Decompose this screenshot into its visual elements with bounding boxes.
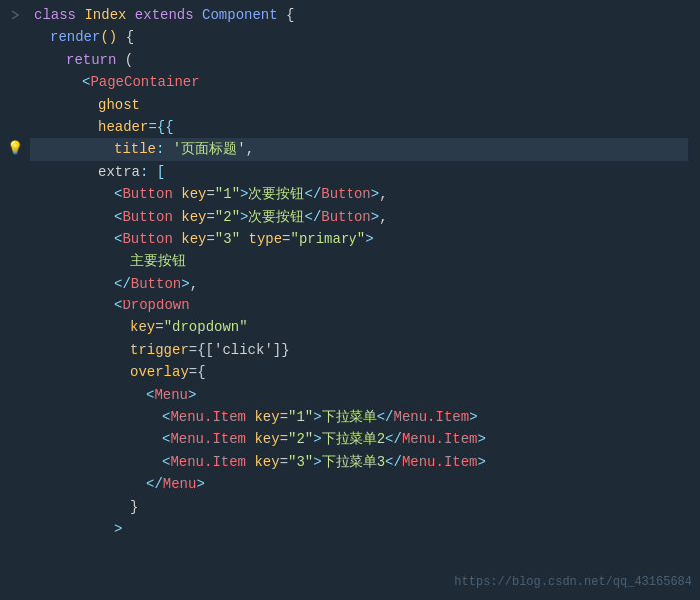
token-plain: = [280, 451, 288, 473]
token-string: "2" [288, 428, 313, 450]
token-attr-name: key [181, 206, 206, 228]
token-tag-bracket: </ [304, 183, 321, 205]
token-tag-bracket: < [162, 428, 170, 450]
token-method: render [50, 26, 100, 48]
token-tag-bracket: < [162, 406, 170, 428]
token-class-name: Index [84, 4, 126, 26]
token-plain: = [155, 316, 163, 338]
token-tag-bracket: </ [385, 451, 402, 473]
token-tag-bracket: > [313, 406, 321, 428]
token-attr-name: key [254, 406, 279, 428]
code-line-9: <Button key="1">次要按钮</Button>, [34, 183, 692, 205]
token-plain: = [280, 428, 288, 450]
token-plain: , [190, 273, 198, 295]
token-tag-name: Menu.Item [170, 406, 246, 428]
token-tag-bracket: > [188, 384, 196, 406]
token-tag-name: Button [122, 183, 172, 205]
token-tag-name: Menu.Item [402, 451, 478, 473]
token-plain: = [282, 228, 290, 250]
token-tag-bracket: > [478, 451, 486, 473]
token-plain: = [280, 406, 288, 428]
token-attr-name: title [114, 138, 156, 160]
token-string: "2" [215, 206, 240, 228]
token-plain: { [278, 4, 295, 26]
token-plain [246, 428, 254, 450]
token-chinese: 次要按钮 [248, 206, 304, 228]
token-tag-name: Button [321, 183, 370, 205]
token-keyword: class [34, 4, 84, 26]
token-return-kw: return [66, 49, 116, 71]
token-plain: } [130, 496, 138, 518]
token-tag-bracket: > [240, 183, 248, 205]
code-line-10: <Button key="2">次要按钮</Button>, [34, 206, 692, 228]
token-tag-bracket: < [114, 295, 122, 316]
token-plain [173, 206, 181, 228]
token-attr-name: overlay [130, 361, 189, 383]
token-tag-name: Button [122, 206, 172, 228]
token-tag-name: Button [122, 228, 172, 250]
token-plain [126, 4, 134, 26]
token-tag-bracket: < [146, 384, 154, 406]
token-attr-name: header [98, 116, 148, 138]
code-line-8: extra: [ [34, 161, 692, 183]
token-plain: , [379, 183, 387, 205]
gutter-icon-line-15 [8, 316, 22, 338]
token-plain: { [117, 26, 134, 48]
gutter-icon-line-17 [8, 361, 22, 383]
token-tag-name: PageContainer [90, 71, 199, 93]
token-string: "1" [215, 183, 240, 205]
code-line-15: key="dropdown" [34, 316, 692, 338]
code-line-3: return ( [34, 49, 692, 71]
gutter-icon-line-14 [8, 295, 22, 316]
token-plain [246, 406, 254, 428]
token-chinese: 主要按钮 [130, 250, 186, 272]
token-attr-equals: : [ [140, 161, 165, 183]
code-line-23: } [34, 496, 692, 518]
token-tag-bracket: < [162, 451, 170, 473]
token-tag-bracket: < [114, 206, 122, 228]
gutter-icon-line-2 [8, 26, 22, 48]
code-line-20: <Menu.Item key="2">下拉菜单2</Menu.Item> [34, 428, 692, 450]
gutter-icon-line-13 [8, 273, 22, 295]
token-tag-name: Menu.Item [170, 451, 246, 473]
gutter-icon-line-9 [8, 183, 22, 205]
token-plain [240, 228, 248, 250]
gutter-icon-line-21 [8, 451, 22, 473]
token-plain: = [206, 183, 214, 205]
token-plain: , [246, 138, 254, 160]
token-plain: , [379, 206, 387, 228]
token-tag-bracket: > [313, 451, 321, 473]
token-string: "3" [215, 228, 240, 250]
token-plain [194, 4, 202, 26]
token-string: "1" [288, 406, 313, 428]
code-line-17: overlay={ [34, 361, 692, 383]
token-plain: ( [116, 49, 133, 71]
token-tag-bracket: > [365, 228, 373, 250]
code-line-22: </Menu> [34, 473, 692, 495]
token-tag-bracket: > [240, 206, 248, 228]
token-tag-bracket: </ [377, 406, 394, 428]
token-plain: ={ [189, 361, 206, 383]
gutter-icon-line-24 [8, 518, 22, 540]
token-tag-name: Menu.Item [394, 406, 470, 428]
token-tag-name: Button [321, 206, 370, 228]
token-plain [246, 451, 254, 473]
token-chinese: 次要按钮 [248, 183, 304, 205]
token-string: "3" [288, 451, 313, 473]
token-tag-bracket: < [114, 183, 122, 205]
code-line-6: header={{ [34, 116, 692, 138]
gutter-icon-line-8 [8, 161, 22, 183]
token-tag-name: Menu [163, 473, 197, 495]
token-tag-bracket: </ [385, 428, 402, 450]
token-tag-bracket: > [371, 206, 379, 228]
code-line-5: ghost [34, 94, 692, 116]
token-attr-equals: : [156, 138, 173, 160]
token-tag-name: Dropdown [122, 295, 189, 316]
token-plain [173, 183, 181, 205]
token-tag-bracket: < [82, 71, 90, 93]
code-line-18: <Menu> [34, 384, 692, 406]
token-extends-keyword: extends [135, 4, 194, 26]
gutter-icon-line-7: 💡 [8, 138, 22, 160]
code-line-4: <PageContainer [34, 71, 692, 93]
token-plain: = [206, 206, 214, 228]
